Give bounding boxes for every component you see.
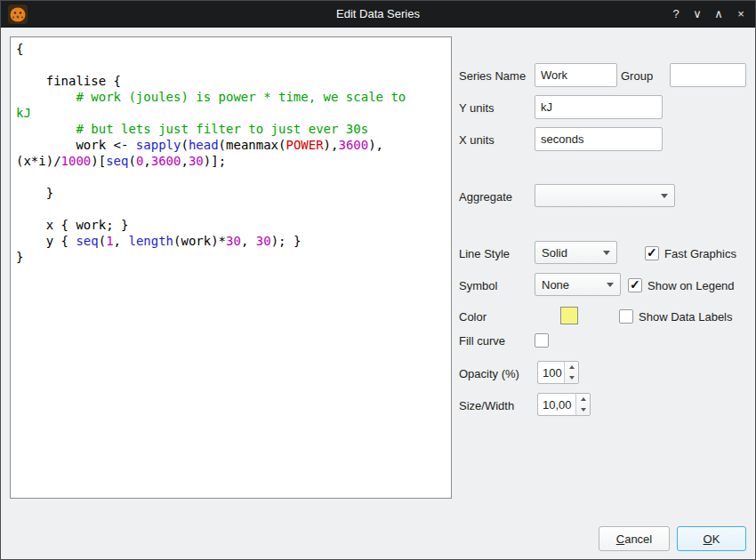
opacity-spinbox[interactable]: 100: [537, 361, 579, 384]
edit-data-series-dialog: Edit Data Series ? ∨ ∧ × { finalise { # …: [0, 0, 756, 560]
chevron-down-icon[interactable]: ∨: [689, 1, 705, 28]
x-units-input[interactable]: [535, 127, 663, 151]
y-units-label: Y units: [459, 101, 495, 115]
spin-down-icon[interactable]: [565, 372, 578, 383]
aggregate-select[interactable]: [535, 184, 675, 207]
show-data-labels-checkbox[interactable]: Show Data Labels: [619, 309, 733, 324]
show-data-labels-label: Show Data Labels: [639, 310, 733, 324]
spinner-arrows: [564, 362, 578, 383]
line-style-value: Solid: [542, 246, 567, 260]
show-on-legend-label: Show on Legend: [647, 279, 735, 292]
color-swatch[interactable]: [560, 307, 578, 324]
titlebar[interactable]: Edit Data Series ? ∨ ∧ ×: [1, 1, 755, 28]
dropdown-arrow-icon: [661, 194, 668, 198]
window-title: Edit Data Series: [1, 1, 755, 28]
color-label: Color: [459, 310, 487, 324]
dropdown-arrow-icon: [603, 251, 610, 255]
spin-down-icon[interactable]: [576, 404, 590, 415]
series-name-input[interactable]: [535, 63, 617, 87]
help-icon[interactable]: ?: [668, 1, 684, 28]
series-name-label: Series Name: [459, 69, 526, 83]
checkbox-box: [645, 246, 659, 260]
fill-curve-label: Fill curve: [459, 334, 505, 348]
checkbox-box: [535, 333, 549, 348]
show-on-legend-checkbox[interactable]: Show on Legend: [628, 278, 735, 292]
group-input[interactable]: [670, 63, 746, 87]
checkbox-box: [619, 309, 633, 324]
line-style-select[interactable]: Solid: [535, 241, 617, 264]
symbol-select[interactable]: None: [535, 273, 621, 296]
fast-graphics-label: Fast Graphics: [664, 247, 736, 260]
symbol-value: None: [542, 278, 569, 292]
symbol-label: Symbol: [459, 279, 497, 292]
checkbox-box: [628, 278, 642, 292]
fill-curve-checkbox[interactable]: [535, 333, 549, 348]
spin-up-icon[interactable]: [576, 394, 590, 404]
ok-button[interactable]: OK: [677, 526, 746, 551]
spinner-arrows: [575, 394, 590, 415]
spin-up-icon[interactable]: [565, 362, 578, 372]
dropdown-arrow-icon: [607, 283, 614, 287]
size-width-spinbox[interactable]: 10,00: [537, 393, 591, 416]
fast-graphics-checkbox[interactable]: Fast Graphics: [645, 246, 736, 260]
opacity-value: 100: [538, 362, 564, 383]
chevron-up-icon[interactable]: ∧: [711, 1, 727, 28]
x-units-label: X units: [459, 133, 495, 147]
y-units-input[interactable]: [535, 95, 663, 119]
aggregate-label: Aggregate: [459, 190, 512, 204]
code-editor-content: { finalise { # work (joules) is power * …: [16, 41, 446, 265]
size-width-label: Size/Width: [459, 399, 514, 412]
code-editor[interactable]: { finalise { # work (joules) is power * …: [10, 36, 452, 499]
opacity-label: Opacity (%): [459, 367, 519, 380]
group-label: Group: [621, 69, 653, 83]
size-width-value: 10,00: [538, 394, 575, 415]
line-style-label: Line Style: [459, 247, 510, 260]
cancel-button[interactable]: Cancel: [599, 526, 670, 551]
close-icon[interactable]: ×: [733, 1, 749, 28]
